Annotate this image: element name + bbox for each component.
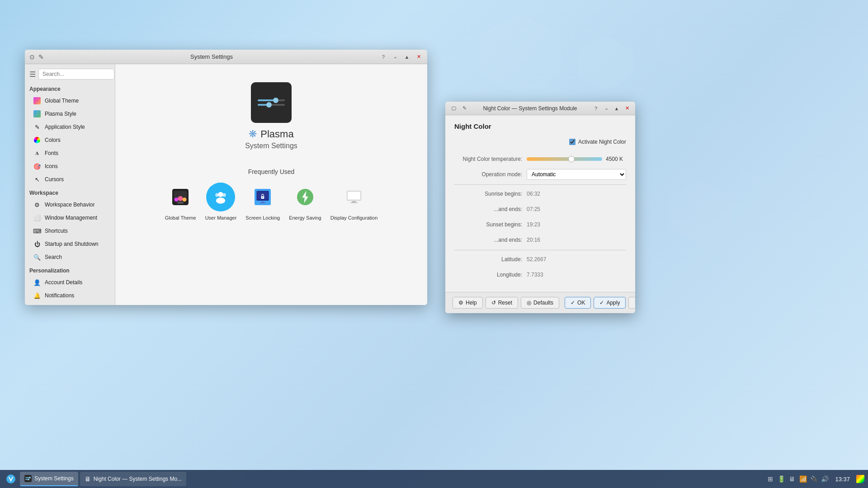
window-controls: ? ⌄ ▲ ✕ (378, 52, 424, 62)
sidebar-label-workspace-behavior: Workspace Behavior (45, 202, 95, 208)
sidebar-item-notifications[interactable]: 🔔 Notifications (27, 289, 113, 302)
sidebar-item-shortcuts[interactable]: ⌨ Shortcuts (27, 225, 113, 237)
cursors-icon: ↖ (33, 175, 41, 183)
tray-network2-icon[interactable]: 📶 (799, 475, 807, 483)
sidebar-item-regional-settings[interactable]: 🌐 Regional Settings (27, 302, 113, 305)
startup-icon: ⏻ (33, 240, 41, 248)
freq-icon-display-configuration (340, 183, 368, 211)
svg-rect-14 (261, 202, 264, 202)
dialog-help-button[interactable]: ? (591, 104, 600, 113)
sidebar-item-plasma-style[interactable]: Plasma Style (27, 108, 113, 120)
global-theme-icon (33, 97, 41, 105)
tray-display-icon[interactable]: 🖥 (788, 475, 796, 483)
freq-label-global-theme: Global Theme (165, 215, 196, 221)
dialog-body: Night Color Activate Night Color Night C… (445, 115, 635, 292)
freq-item-screen-locking[interactable]: Screen Locking (245, 183, 280, 221)
sidebar-label-notifications: Notifications (45, 292, 74, 299)
sidebar-item-window-management[interactable]: ⬜ Window Management (27, 211, 113, 224)
dialog-title-controls-left: 🖵 ✎ (449, 104, 469, 113)
sunrise-ends-row: ...and ends: 07:25 (454, 204, 626, 215)
operation-mode-label: Operation mode: (454, 171, 527, 178)
svg-point-9 (216, 193, 219, 197)
taskbar-app-night-color[interactable]: 🖥 Night Color — System Settings Mo... (80, 472, 186, 486)
minimize-button[interactable]: ⌄ (390, 52, 400, 62)
taskbar-start-button[interactable] (4, 472, 18, 486)
appearance-section-title: Appearance (25, 82, 115, 94)
plasma-star-icon: ❋ (249, 128, 257, 140)
dialog-defaults-btn[interactable]: ◎ Defaults (521, 297, 559, 309)
sunset-ends-row: ...and ends: 20:16 (454, 235, 626, 245)
fonts-icon: A (33, 149, 41, 157)
dialog-cancel-btn[interactable]: ✕ Cancel (628, 297, 635, 309)
taskbar-app-system-settings[interactable]: System Settings (20, 472, 78, 486)
sidebar-item-global-theme[interactable]: Global Theme (27, 94, 113, 107)
dialog-minimize-button[interactable]: ⌄ (602, 104, 611, 113)
ok-icon: ✓ (571, 300, 575, 306)
svg-point-17 (262, 197, 263, 198)
temperature-label: Night Color temperature: (454, 156, 527, 162)
sidebar-item-search[interactable]: 🔍 Search (27, 251, 113, 263)
sidebar-item-icons[interactable]: 🎯 Icons (27, 160, 113, 173)
sidebar-item-fonts[interactable]: A Fonts (27, 147, 113, 160)
sidebar-item-cursors[interactable]: ↖ Cursors (27, 173, 113, 186)
svg-point-29 (28, 479, 29, 480)
freq-item-energy-saving[interactable]: Energy Saving (289, 183, 321, 221)
dialog-close-button[interactable]: ✕ (623, 104, 632, 113)
pin-button[interactable]: ⊙ (28, 53, 36, 61)
activate-night-color-row: Activate Night Color (454, 136, 626, 147)
freq-label-screen-locking: Screen Locking (245, 215, 280, 221)
temperature-slider-container: 4500 K (527, 156, 626, 162)
dialog-edit-button[interactable]: ✎ (460, 104, 469, 113)
sidebar-label-cursors: Cursors (45, 176, 64, 183)
sidebar-item-startup-shutdown[interactable]: ⏻ Startup and Shutdown (27, 238, 113, 250)
dialog-help-btn[interactable]: ⚙ Help (453, 297, 483, 309)
temperature-slider-thumb[interactable] (568, 156, 575, 162)
slider-track-2 (258, 104, 285, 106)
sidebar-label-colors: Colors (45, 137, 61, 143)
settings-button[interactable]: ✎ (38, 53, 45, 61)
dialog-ok-btn[interactable]: ✓ OK (565, 297, 591, 309)
freq-item-display-configuration[interactable]: Display Configuration (330, 183, 378, 221)
dialog-apply-btn[interactable]: ✓ Apply (594, 297, 626, 309)
taskbar-app-label-2: Night Color — System Settings Mo... (94, 476, 182, 482)
dialog-screen-button[interactable]: 🖵 (449, 104, 458, 113)
sidebar-label-shortcuts: Shortcuts (45, 228, 68, 234)
search-input[interactable] (38, 69, 114, 80)
sidebar-label-search: Search (45, 254, 62, 260)
plasma-label: Plasma (260, 128, 293, 140)
operation-mode-select[interactable]: Automatic (527, 169, 626, 180)
freq-item-user-manager[interactable]: User Manager (205, 183, 237, 221)
temperature-slider-track[interactable] (527, 157, 602, 161)
sidebar-search-area: ☰ (25, 66, 115, 82)
tray-battery-icon[interactable]: 🔋 (777, 475, 785, 483)
hamburger-icon[interactable]: ☰ (28, 69, 37, 80)
application-style-icon: ✎ (33, 123, 41, 131)
dialog-restore-button[interactable]: ▲ (612, 104, 621, 113)
tray-volume-icon[interactable]: 🔊 (821, 475, 829, 483)
operation-mode-row: Operation mode: Automatic (454, 169, 626, 180)
sidebar-item-application-style[interactable]: ✎ Application Style (27, 121, 113, 133)
help-window-button[interactable]: ? (378, 52, 388, 62)
tray-battery2-icon[interactable]: 🔌 (810, 475, 818, 483)
dialog-reset-btn[interactable]: ↺ Reset (486, 297, 518, 309)
cancel-icon: ✕ (634, 300, 635, 306)
sidebar-item-colors[interactable]: Colors (27, 134, 113, 146)
sidebar-item-account-details[interactable]: 👤 Account Details (27, 276, 113, 289)
system-settings-window: ⊙ ✎ System Settings ? ⌄ ▲ ✕ ☰ Appearance… (25, 50, 427, 305)
svg-point-10 (222, 193, 226, 197)
taskbar-clock[interactable]: 13:37 (831, 476, 854, 483)
plasma-icon-box (251, 82, 292, 123)
longitude-label: Longitude: (454, 272, 527, 278)
freq-item-global-theme[interactable]: Global Theme (165, 183, 196, 221)
plasma-name: ❋ Plasma (249, 128, 293, 140)
sunset-begins-value: 19:23 (527, 221, 626, 228)
close-window-button[interactable]: ✕ (414, 52, 424, 62)
sidebar-label-startup-shutdown: Startup and Shutdown (45, 241, 99, 247)
tray-network-icon[interactable]: ⊞ (766, 475, 774, 483)
activate-night-color-checkbox[interactable] (569, 139, 576, 145)
sidebar-item-workspace-behavior[interactable]: ⚙ Workspace Behavior (27, 198, 113, 211)
display-configuration-svg (346, 189, 362, 205)
sidebar: ☰ Appearance Global Theme Plasma Style ✎… (25, 64, 115, 305)
maximize-button[interactable]: ▲ (402, 52, 412, 62)
taskbar-tray: ⊞ 🔋 🖥 📶 🔌 🔊 13:37 (766, 475, 864, 483)
